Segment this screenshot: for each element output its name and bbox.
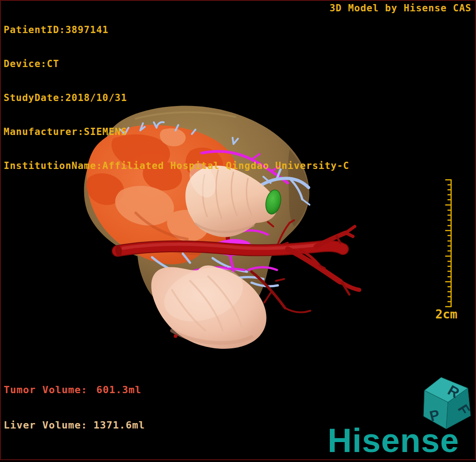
patient-id-text: PatientID:3897141 [4, 24, 349, 36]
manufacturer-text: Manufacturer:SIEMENS [4, 126, 349, 138]
orientation-cube[interactable]: R P F [424, 377, 473, 429]
tumor-volume-row: Tumor Volume: 601.3ml [4, 384, 141, 396]
device-text: Device:CT [4, 58, 349, 70]
liver-volume-row: Liver Volume: 1371.6ml [4, 419, 141, 431]
liver-volume-label: Liver Volume: [4, 419, 87, 431]
volume-readouts: Tumor Volume: 601.3ml Liver Volume: 1371… [4, 361, 141, 455]
watermark-text: 3D Model by Hisense CAS [329, 3, 471, 14]
scale-ruler [445, 179, 451, 307]
hisense-logo: Hisense [328, 425, 459, 457]
cas-3d-viewport[interactable]: 2cm R P F PatientID:3897141 Device:CT St… [0, 0, 476, 462]
scale-label: 2cm [435, 307, 457, 321]
dicom-metadata-overlay: PatientID:3897141 Device:CT StudyDate:20… [4, 2, 349, 194]
tumor-volume-value: 601.3ml [93, 384, 141, 396]
tumor-volume-label: Tumor Volume: [4, 384, 87, 396]
institution-text: InstitutionName:Affiliated Hospital Qing… [4, 160, 349, 172]
liver-volume-value: 1371.6ml [93, 419, 141, 431]
study-date-text: StudyDate:2018/10/31 [4, 92, 349, 104]
